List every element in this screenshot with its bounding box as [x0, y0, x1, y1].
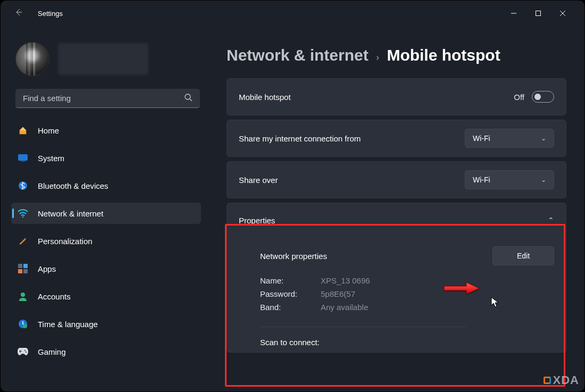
time-icon — [18, 319, 28, 329]
search-icon — [184, 93, 193, 104]
svg-rect-7 — [23, 264, 28, 268]
sidebar-item-label: Apps — [38, 264, 56, 273]
titlebar: Settings — [1, 1, 584, 26]
search-box[interactable] — [15, 89, 200, 108]
name-label: Name: — [260, 276, 321, 285]
back-button[interactable] — [14, 8, 25, 19]
hotspot-switch[interactable] — [532, 91, 554, 103]
sidebar-item-label: Gaming — [38, 347, 66, 356]
band-label: Band: — [260, 303, 321, 312]
svg-point-1 — [185, 94, 190, 99]
brush-icon — [18, 236, 28, 246]
sidebar-item-label: Accounts — [38, 292, 71, 301]
band-value: Any available — [321, 303, 554, 312]
chevron-up-icon: ⌃ — [548, 216, 554, 225]
name-value: XPS_13 0696 — [321, 276, 554, 285]
watermark-icon — [544, 377, 551, 384]
watermark-text: XDA — [553, 373, 579, 387]
page-title: Mobile hotspot — [387, 46, 500, 64]
maximize-button[interactable] — [526, 3, 550, 24]
minimize-button[interactable] — [502, 3, 526, 24]
sidebar-item-system[interactable]: System — [11, 147, 201, 169]
svg-rect-2 — [18, 154, 28, 161]
breadcrumb-parent[interactable]: Network & internet — [227, 46, 369, 64]
bluetooth-icon — [18, 180, 28, 191]
settings-window: Settings Home — [1, 1, 584, 391]
properties-grid: Name: XPS_13 0696 Password: 5p8E6(57 Ban… — [260, 276, 554, 312]
chevron-down-icon: ⌄ — [541, 135, 546, 143]
combo-value: Wi-Fi — [473, 176, 490, 184]
sidebar-item-label: Bluetooth & devices — [38, 181, 108, 190]
hotspot-state: Off — [514, 93, 524, 102]
home-icon — [18, 125, 28, 136]
sidebar-item-accounts[interactable]: Accounts — [11, 286, 201, 307]
nav: Home System Bluetooth & devices Network … — [11, 120, 204, 369]
sidebar-item-network[interactable]: Network & internet — [11, 203, 201, 224]
share-over-combo[interactable]: Wi-Fi ⌄ — [465, 170, 554, 189]
account-name-redacted — [58, 43, 148, 75]
sidebar-item-apps[interactable]: Apps — [11, 258, 201, 279]
sidebar-item-label: Network & internet — [38, 209, 103, 218]
sidebar-item-label: Time & language — [38, 320, 98, 329]
svg-point-13 — [24, 350, 26, 351]
watermark: XDA — [544, 373, 579, 387]
share-from-combo[interactable]: Wi-Fi ⌄ — [465, 129, 554, 148]
svg-rect-0 — [536, 11, 541, 16]
hotspot-label: Mobile hotspot — [239, 93, 514, 102]
svg-point-10 — [21, 293, 25, 297]
sidebar-item-label: Home — [38, 126, 59, 135]
sidebar-item-home[interactable]: Home — [11, 120, 201, 141]
properties-header[interactable]: Properties ⌃ — [227, 203, 566, 237]
network-properties-label: Network properties — [260, 252, 492, 261]
system-icon — [18, 153, 28, 163]
apps-icon — [18, 263, 28, 274]
avatar — [15, 42, 49, 76]
chevron-right-icon: › — [376, 51, 380, 63]
svg-point-14 — [26, 352, 27, 353]
wifi-icon — [18, 208, 28, 219]
sidebar: Home System Bluetooth & devices Network … — [1, 26, 211, 391]
svg-rect-3 — [21, 161, 25, 162]
sidebar-item-bluetooth[interactable]: Bluetooth & devices — [11, 175, 201, 196]
sidebar-item-time[interactable]: Time & language — [11, 313, 201, 335]
svg-point-5 — [22, 216, 24, 218]
close-button[interactable] — [550, 3, 575, 24]
window-title: Settings — [38, 10, 63, 18]
main-content: Network & internet › Mobile hotspot Mobi… — [211, 26, 584, 391]
share-over-row: Share over Wi-Fi ⌄ — [227, 161, 566, 198]
hotspot-toggle-row: Mobile hotspot Off — [227, 78, 566, 115]
password-label: Password: — [260, 289, 321, 298]
share-from-row: Share my internet connection from Wi-Fi … — [227, 120, 566, 157]
combo-value: Wi-Fi — [473, 134, 490, 143]
svg-rect-9 — [23, 269, 28, 273]
chevron-down-icon: ⌄ — [541, 176, 546, 184]
sidebar-item-gaming[interactable]: Gaming — [11, 341, 201, 362]
svg-rect-8 — [18, 269, 22, 273]
sidebar-item-label: Personalization — [38, 237, 93, 246]
gaming-icon — [18, 346, 28, 357]
svg-rect-6 — [18, 264, 22, 268]
share-over-label: Share over — [239, 176, 465, 185]
search-input[interactable] — [23, 94, 184, 103]
sidebar-item-label: System — [38, 154, 64, 163]
properties-title: Properties — [239, 216, 548, 225]
account-profile[interactable] — [11, 26, 204, 89]
sidebar-item-personalization[interactable]: Personalization — [11, 230, 201, 252]
breadcrumb: Network & internet › Mobile hotspot — [227, 46, 566, 64]
svg-point-12 — [23, 324, 27, 328]
share-from-label: Share my internet connection from — [239, 134, 465, 143]
scan-to-connect-label: Scan to connect: — [260, 327, 466, 347]
edit-button[interactable]: Edit — [492, 246, 554, 265]
password-value: 5p8E6(57 — [321, 289, 554, 298]
properties-panel: Properties ⌃ Network properties Edit Nam… — [227, 203, 566, 353]
accounts-icon — [18, 291, 28, 302]
